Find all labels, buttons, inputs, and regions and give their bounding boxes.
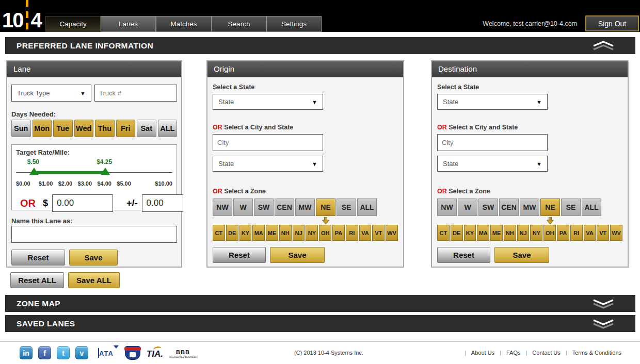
- slider-min-handle[interactable]: [29, 168, 39, 175]
- zone-button[interactable]: MW: [520, 198, 539, 216]
- expand-down-chevron-icon[interactable]: [592, 298, 615, 311]
- state-chip[interactable]: KY: [239, 225, 252, 241]
- zone-button[interactable]: SW: [478, 198, 498, 216]
- saved-lanes-section-bar[interactable]: SAVED LANES: [5, 315, 635, 332]
- slider-max-handle[interactable]: [101, 168, 110, 175]
- origin-city-state-select[interactable]: State ▼: [213, 156, 323, 172]
- nav-tab-search[interactable]: Search: [211, 16, 266, 32]
- nav-tab-lanes[interactable]: Lanes: [101, 16, 156, 32]
- state-chip[interactable]: VT: [597, 225, 609, 241]
- zone-button[interactable]: ALL: [357, 198, 377, 216]
- vimeo-icon[interactable]: v: [75, 346, 88, 359]
- origin-save-button[interactable]: Save: [270, 247, 325, 263]
- state-chip[interactable]: MA: [477, 225, 489, 241]
- day-button[interactable]: Fri: [116, 120, 136, 137]
- rate-tolerance-input[interactable]: [142, 194, 183, 212]
- destination-city-input[interactable]: [437, 134, 548, 151]
- truckload-carriers-logo[interactable]: [125, 346, 140, 360]
- zone-map-section-bar[interactable]: ZONE MAP: [5, 295, 635, 312]
- zone-button[interactable]: NW: [437, 198, 457, 216]
- nav-tab-capacity[interactable]: Capacity: [45, 16, 101, 32]
- state-chip[interactable]: OH: [543, 225, 556, 241]
- zone-button[interactable]: NE: [316, 198, 335, 216]
- origin-city-input[interactable]: [213, 134, 323, 151]
- day-button[interactable]: Thu: [95, 120, 115, 137]
- destination-save-button[interactable]: Save: [494, 247, 549, 263]
- state-chip[interactable]: CT: [213, 225, 225, 241]
- zone-button[interactable]: SW: [254, 198, 274, 216]
- bbb-logo[interactable]: BBB ACCREDITED BUSINESS: [169, 348, 197, 359]
- state-chip[interactable]: NY: [530, 225, 542, 241]
- state-chip[interactable]: RI: [346, 225, 358, 241]
- state-chip[interactable]: VA: [359, 225, 372, 241]
- rate-slider[interactable]: $.50 $4.25: [16, 157, 172, 179]
- day-button[interactable]: Wed: [74, 120, 94, 137]
- state-chip[interactable]: MA: [252, 225, 265, 241]
- state-chip[interactable]: ME: [266, 225, 278, 241]
- zone-button[interactable]: CEN: [275, 198, 294, 216]
- destination-city-state-select[interactable]: State ▼: [437, 156, 548, 172]
- zone-button[interactable]: MW: [295, 198, 315, 216]
- nav-tab-matches[interactable]: Matches: [156, 16, 211, 32]
- state-chip[interactable]: PA: [557, 225, 569, 241]
- day-button[interactable]: Mon: [33, 120, 52, 137]
- state-chip[interactable]: NJ: [293, 225, 305, 241]
- expand-down-chevron-icon[interactable]: [592, 318, 615, 332]
- day-button[interactable]: Sat: [137, 120, 156, 137]
- state-chip[interactable]: WV: [386, 225, 398, 241]
- state-chip[interactable]: OH: [319, 225, 331, 241]
- facebook-icon[interactable]: f: [38, 346, 51, 359]
- state-chip[interactable]: NH: [504, 225, 516, 241]
- zone-button[interactable]: SE: [561, 198, 581, 216]
- origin-reset-button[interactable]: Reset: [213, 247, 266, 263]
- zone-button[interactable]: ALL: [582, 198, 601, 216]
- state-chip[interactable]: WV: [610, 225, 622, 241]
- truck-number-input[interactable]: [94, 85, 177, 102]
- day-button[interactable]: Tue: [53, 120, 73, 137]
- state-chip[interactable]: CT: [437, 225, 450, 241]
- reset-all-button[interactable]: Reset ALL: [10, 272, 64, 288]
- destination-state-select[interactable]: State ▼: [437, 94, 548, 110]
- nav-tab-settings[interactable]: Settings: [266, 16, 322, 32]
- lane-save-button[interactable]: Save: [69, 250, 118, 266]
- state-chip[interactable]: VA: [584, 225, 596, 241]
- day-button[interactable]: ALL: [158, 120, 178, 137]
- state-chip[interactable]: DE: [451, 225, 463, 241]
- linkedin-icon[interactable]: in: [20, 346, 33, 359]
- state-chip[interactable]: ME: [490, 225, 503, 241]
- collapse-up-chevron-icon[interactable]: [592, 40, 615, 54]
- twitter-icon[interactable]: t: [57, 346, 70, 359]
- lane-name-input[interactable]: [11, 226, 177, 243]
- origin-state-select[interactable]: State ▼: [213, 94, 323, 110]
- zone-button[interactable]: CEN: [499, 198, 519, 216]
- state-chip[interactable]: NY: [306, 225, 318, 241]
- rate-amount-input[interactable]: [52, 194, 113, 212]
- zone-button[interactable]: SE: [337, 198, 356, 216]
- lane-reset-button[interactable]: Reset: [11, 250, 65, 266]
- day-button[interactable]: Sun: [11, 120, 31, 137]
- state-chip[interactable]: DE: [226, 225, 238, 241]
- zone-button[interactable]: NW: [213, 198, 232, 216]
- destination-reset-button[interactable]: Reset: [437, 247, 490, 263]
- state-chip[interactable]: RI: [570, 225, 583, 241]
- zone-pointer-row: [437, 216, 622, 225]
- zone-pointer-row: [213, 216, 398, 225]
- state-chip[interactable]: VT: [372, 225, 385, 241]
- zone-button[interactable]: NE: [540, 198, 560, 216]
- ata-logo[interactable]: ATA: [98, 349, 119, 358]
- tia-logo[interactable]: TIA.: [147, 346, 163, 359]
- footer-link[interactable]: Contact Us: [520, 350, 560, 356]
- state-chip[interactable]: NH: [279, 225, 292, 241]
- state-chip[interactable]: NJ: [517, 225, 530, 241]
- zone-button[interactable]: W: [233, 198, 253, 216]
- sign-out-button[interactable]: Sign Out: [585, 15, 639, 31]
- save-all-button[interactable]: Save ALL: [68, 272, 120, 288]
- zone-button[interactable]: W: [458, 198, 477, 216]
- state-chip[interactable]: PA: [332, 225, 345, 241]
- truck-type-select[interactable]: Truck Type ▼: [11, 85, 91, 102]
- footer-link[interactable]: About Us: [459, 350, 494, 356]
- state-chip[interactable]: KY: [464, 225, 476, 241]
- footer-link[interactable]: FAQs: [494, 350, 520, 356]
- preferred-lane-section-bar[interactable]: PREFERRED LANE INFORMATION: [5, 37, 635, 54]
- footer-link[interactable]: Terms & Conditions: [561, 350, 621, 356]
